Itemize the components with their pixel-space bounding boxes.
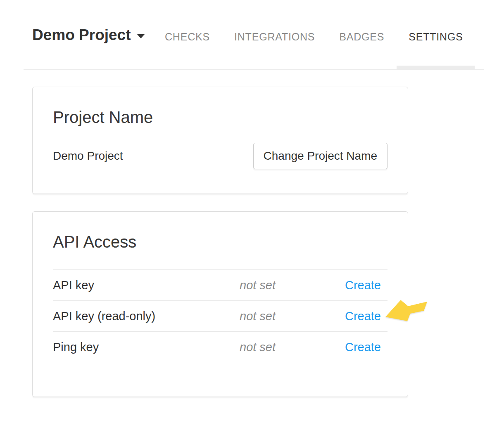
api-key-value: not set bbox=[240, 279, 345, 292]
table-row-ping-key: Ping key not set Create bbox=[53, 331, 388, 362]
project-name-value: Demo Project bbox=[53, 149, 123, 163]
project-switcher[interactable]: Demo Project bbox=[32, 27, 145, 43]
ping-key-action: Create bbox=[345, 340, 388, 354]
api-key-action: Create bbox=[345, 279, 388, 292]
table-row-api-key: API key not set Create bbox=[53, 269, 388, 300]
change-project-name-button[interactable]: Change Project Name bbox=[253, 143, 388, 169]
create-api-key-link[interactable]: Create bbox=[345, 279, 381, 292]
tab-badges[interactable]: BADGES bbox=[339, 32, 384, 42]
api-access-card-title: API Access bbox=[53, 233, 388, 251]
api-key-readonly-action: Create bbox=[345, 309, 388, 323]
api-key-label: API key bbox=[53, 279, 240, 292]
table-row-api-key-readonly: API key (read-only) not set Create bbox=[53, 300, 388, 331]
ping-key-label: Ping key bbox=[53, 340, 240, 354]
create-ping-key-link[interactable]: Create bbox=[345, 340, 381, 354]
nav-divider bbox=[24, 69, 484, 70]
project-switcher-label: Demo Project bbox=[32, 27, 131, 43]
api-access-card: API Access API key not set Create API ke… bbox=[32, 211, 408, 397]
primary-nav: CHECKS INTEGRATIONS BADGES SETTINGS bbox=[165, 32, 463, 42]
tab-settings[interactable]: SETTINGS bbox=[409, 32, 463, 42]
create-readonly-key-link[interactable]: Create bbox=[345, 309, 381, 323]
project-name-card: Project Name Demo Project Change Project… bbox=[32, 87, 408, 194]
ping-key-value: not set bbox=[240, 340, 345, 354]
tab-checks[interactable]: CHECKS bbox=[165, 32, 210, 42]
tab-integrations[interactable]: INTEGRATIONS bbox=[234, 32, 315, 42]
api-key-readonly-label: API key (read-only) bbox=[53, 309, 240, 323]
chevron-down-icon bbox=[137, 34, 145, 38]
project-name-card-title: Project Name bbox=[53, 109, 388, 126]
api-key-readonly-value: not set bbox=[240, 309, 345, 323]
api-keys-table: API key not set Create API key (read-onl… bbox=[53, 269, 388, 362]
project-name-row: Demo Project Change Project Name bbox=[53, 143, 388, 169]
